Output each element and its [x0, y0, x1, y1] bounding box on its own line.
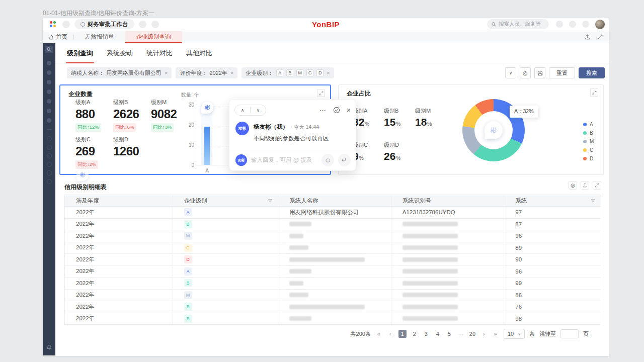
- bar-A[interactable]: [204, 127, 210, 165]
- page-tab-系统变动[interactable]: 系统变动: [107, 43, 133, 63]
- sidenav-item-icon[interactable]: [47, 145, 52, 150]
- jump-page-input[interactable]: [560, 329, 579, 338]
- pager-page-1[interactable]: 1: [398, 330, 407, 338]
- redacted-id: [403, 281, 458, 286]
- table-row[interactable]: 2022年C89: [65, 242, 601, 254]
- notifications-bell-icon[interactable]: [46, 344, 52, 350]
- pager-page-3[interactable]: 3: [423, 331, 430, 337]
- legend-item-M[interactable]: M: [583, 137, 594, 146]
- pagination: 共200条 «‹12345···20›» 10 ∨ 条 跳转至 页: [351, 329, 589, 339]
- table-row[interactable]: 2022年M86: [65, 290, 601, 302]
- reset-button[interactable]: 重置: [549, 67, 575, 78]
- chip-close-icon[interactable]: ×: [327, 70, 330, 76]
- resolve-check-icon[interactable]: [333, 107, 340, 114]
- year-value: 2022年: [76, 280, 95, 287]
- sidenav-item-icon[interactable]: [47, 61, 51, 65]
- sidenav-item-icon[interactable]: [47, 99, 51, 104]
- fullscreen-icon[interactable]: [597, 34, 603, 40]
- page-tab-统计对比[interactable]: 统计对比: [146, 43, 173, 63]
- filter-chip[interactable]: 纳税人名称：用友网络股份有限公司×: [67, 67, 172, 78]
- sidenav-item-icon[interactable]: [47, 162, 52, 167]
- window-tab-差旅报销单[interactable]: 差旅报销单: [74, 31, 125, 43]
- pager-arrow[interactable]: ‹: [387, 331, 394, 337]
- window-tab-企业级别查询[interactable]: 企业级别查询: [125, 31, 182, 43]
- legend-item-D[interactable]: D: [583, 154, 594, 163]
- sidenav-item-icon[interactable]: [47, 118, 51, 123]
- send-reply-button[interactable]: ↵: [338, 154, 351, 166]
- chevron-down-icon: ∨: [518, 332, 521, 336]
- legend-item-A[interactable]: A: [583, 120, 594, 129]
- redacted-name: [289, 257, 365, 262]
- close-icon[interactable]: ×: [347, 106, 351, 114]
- next-comment-button[interactable]: ∨: [251, 108, 266, 113]
- sidenav-item-icon[interactable]: [47, 136, 52, 141]
- legend-item-B[interactable]: B: [583, 129, 594, 137]
- company-ratio-card[interactable]: 企业占比 级别A32%级别B15%级别M18%级别C9%级别D26% 彬 A：3…: [338, 84, 604, 175]
- page-size-select[interactable]: 10 ∨: [504, 329, 525, 339]
- pager-page-20[interactable]: 20: [469, 331, 476, 337]
- page-tab-其他对比[interactable]: 其他对比: [186, 43, 212, 63]
- filter-chip[interactable]: 企业级别：ABMCD×: [242, 67, 334, 78]
- pager-arrow[interactable]: ›: [480, 331, 488, 337]
- nav-placeholder-icon[interactable]: [151, 21, 159, 28]
- table-export-button[interactable]: [581, 181, 589, 190]
- sidenav-item-icon[interactable]: [47, 109, 51, 113]
- save-plan-button[interactable]: [534, 67, 545, 78]
- header-action-icon[interactable]: [582, 21, 589, 28]
- user-avatar[interactable]: [595, 20, 605, 29]
- table-settings-button[interactable]: ◎: [569, 181, 577, 190]
- sidenav-item-icon[interactable]: [47, 89, 51, 94]
- filter-chip[interactable]: 评价年度：2022年×: [176, 67, 237, 78]
- table-row[interactable]: 2022年D90: [65, 254, 601, 266]
- global-search-input[interactable]: 搜索人员、服务等: [487, 19, 549, 29]
- page-tab-级别查询[interactable]: 级别查询: [67, 43, 93, 63]
- table-fullscreen-button[interactable]: [593, 181, 601, 190]
- sidenav-item-icon[interactable]: [47, 179, 52, 184]
- level-badge-B: B: [184, 315, 192, 323]
- sidenav-item-icon[interactable]: [47, 153, 52, 158]
- sidenav-item-icon[interactable]: [47, 70, 51, 75]
- pager-arrow[interactable]: »: [492, 331, 499, 337]
- chip-close-icon[interactable]: ×: [230, 70, 233, 76]
- pager-page-4[interactable]: 4: [434, 331, 441, 337]
- comment-pin-faded[interactable]: 彬: [76, 169, 89, 181]
- table-row[interactable]: 2022年A96: [65, 266, 601, 278]
- divider: [229, 150, 356, 150]
- table-row[interactable]: 2022年B99: [65, 278, 601, 290]
- search-button[interactable]: 搜索: [579, 67, 605, 78]
- nav-placeholder-icon[interactable]: [62, 21, 70, 28]
- header-action-icon[interactable]: [569, 21, 576, 28]
- prev-comment-button[interactable]: ∧: [235, 108, 250, 113]
- header-action-icon[interactable]: [556, 21, 563, 28]
- filter-icon[interactable]: ▽: [268, 198, 272, 203]
- reply-input[interactable]: 输入回复，可用 @ 提及: [251, 156, 317, 164]
- sidenav-search-button[interactable]: [45, 46, 53, 53]
- filter-settings-button[interactable]: ◎: [520, 67, 531, 78]
- export-icon[interactable]: [585, 34, 590, 40]
- card-expand-icon[interactable]: [590, 88, 598, 97]
- workspace-pill[interactable]: 财务审批工作台: [74, 19, 134, 29]
- app-logo-icon[interactable]: [50, 21, 56, 27]
- sidenav-item-icon[interactable]: [47, 170, 52, 175]
- tab-home[interactable]: 首页: [43, 31, 73, 43]
- donut-comment-pin[interactable]: 彬: [485, 121, 503, 139]
- pager-arrow[interactable]: «: [375, 331, 382, 337]
- pager-page-2[interactable]: 2: [411, 331, 418, 337]
- chip-close-icon[interactable]: ×: [165, 70, 168, 76]
- table-row[interactable]: 2022年M96: [65, 230, 601, 242]
- comment-pin[interactable]: 彬: [201, 102, 213, 114]
- pager-arrow[interactable]: ···: [457, 331, 464, 337]
- pager-page-5[interactable]: 5: [446, 331, 453, 337]
- table-row[interactable]: 2022年B76: [65, 301, 601, 313]
- redacted-name: [289, 293, 308, 297]
- expand-filters-button[interactable]: ∨: [505, 67, 516, 78]
- filter-icon[interactable]: ▽: [591, 198, 595, 203]
- sidenav-item-icon[interactable]: [47, 80, 51, 84]
- table-row[interactable]: 2022年A用友网络科技股份有限公司A1231832786UYDQ97: [65, 207, 601, 219]
- emoji-button[interactable]: ☺: [321, 154, 334, 166]
- table-row[interactable]: 2022年B87: [65, 219, 601, 231]
- nav-placeholder-icon[interactable]: [139, 21, 146, 28]
- more-icon[interactable]: ⋯: [319, 107, 327, 114]
- table-row[interactable]: 2022年B98: [65, 313, 601, 325]
- legend-item-C[interactable]: C: [583, 146, 594, 154]
